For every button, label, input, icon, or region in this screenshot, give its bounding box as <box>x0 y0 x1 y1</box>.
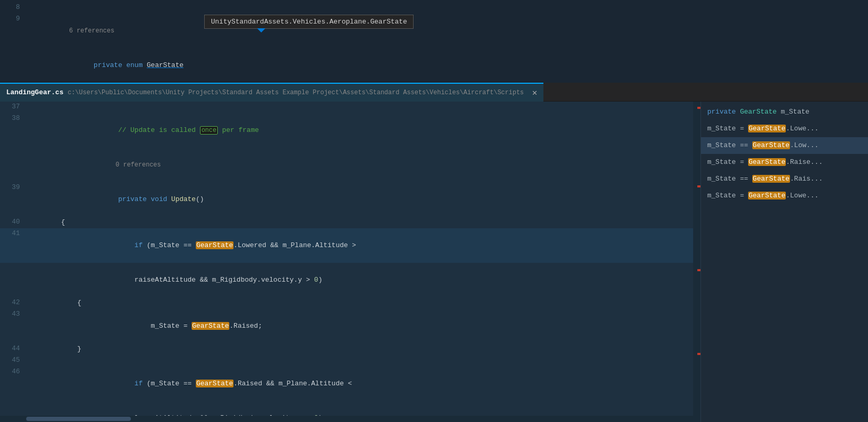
ref-text-1b: .Lowe... <box>786 125 818 132</box>
lc-46b: lowerAtAltitude && m_Rigidbody.velocity.… <box>26 401 693 416</box>
hl-gearstate-43: GearState <box>192 322 229 330</box>
method-update: Update <box>171 195 196 203</box>
zero-refs: 0 references <box>85 161 161 169</box>
code-line-39: 39 private void Update() <box>0 182 693 217</box>
code-line-41: 41 if (m_State == GearState.Lowered && m… <box>0 228 693 263</box>
lc-41b: raiseAtAltitude && m_Rigidbody.velocity.… <box>26 263 693 297</box>
lc-46: if (m_State == GearState.Raised && m_Pla… <box>26 367 693 401</box>
comment-38: // Update is called once per frame <box>85 126 259 134</box>
code-line-45: 45 <box>0 355 693 367</box>
refs-panel: private GearState m_State m_State = Gear… <box>700 102 868 422</box>
kw-if: if <box>135 241 143 249</box>
peek-line-9-code: private enum GearState <box>0 48 868 83</box>
ref-text-3b: .Raise... <box>786 158 822 166</box>
ref-text-5b: .Lowe... <box>786 192 818 199</box>
ref-item-1[interactable]: m_State = GearState.Lowe... <box>701 120 868 137</box>
lc-38: // Update is called once per frame <box>26 113 693 148</box>
lc-43: m_State = GearState.Raised; <box>26 309 693 343</box>
ref-text-3: m_State = <box>707 158 748 166</box>
ln-41b <box>0 263 26 264</box>
ref-item-0[interactable]: private GearState m_State <box>701 104 868 120</box>
lc-44: } <box>26 343 693 355</box>
scroll-mark-1 <box>697 107 700 109</box>
ln-41: 41 <box>0 228 26 237</box>
code-line-46b: lowerAtAltitude && m_Rigidbody.velocity.… <box>0 401 693 416</box>
ref-text-5: m_State = <box>707 192 748 199</box>
hover-tooltip: UnityStandardAssets.Vehicles.Aeroplane.G… <box>204 15 414 29</box>
line-content-9: 6 references <box>26 14 868 48</box>
refs-list: private GearState m_State m_State = Gear… <box>701 102 868 204</box>
editor-container: 8 9 6 references UnityStandardAssets.Veh… <box>0 0 868 422</box>
ln-44: 44 <box>0 343 26 352</box>
gearstate-ref: GearState <box>147 61 183 69</box>
tooltip-wrapper: 9 6 references UnityStandardAssets.Vehic… <box>0 14 868 48</box>
tab-bar: LandingGear.cs c:\Users\Public\Documents… <box>0 83 868 102</box>
once-highlight: once <box>200 126 218 135</box>
horizontal-scrollbar[interactable] <box>0 416 693 422</box>
lc-42: { <box>26 297 693 309</box>
code-line-44: 44 } <box>0 343 693 355</box>
lc-39: private void Update() <box>26 182 693 217</box>
lc-41: if (m_State == GearState.Lowered && m_Pl… <box>26 228 693 263</box>
ref-text-4: m_State == <box>707 175 752 183</box>
ref-hl-3: GearState <box>748 158 786 166</box>
kw-private2: private <box>118 195 147 203</box>
ref-hl-4: GearState <box>752 175 790 183</box>
ln-39: 39 <box>0 182 26 191</box>
tab-path: c:\Users\Public\Documents\Unity Projects… <box>68 89 524 96</box>
ref-text-2: m_State == <box>707 141 752 149</box>
code-line-37: 37 <box>0 102 693 113</box>
kw-void: void <box>151 195 167 203</box>
hl-gearstate-41: GearState <box>196 241 233 249</box>
code-line-46: 46 if (m_State == GearState.Raised && m_… <box>0 367 693 401</box>
tooltip-arrow <box>257 28 265 32</box>
scroll-mark-3 <box>697 269 700 271</box>
peek-area: 8 9 6 references UnityStandardAssets.Veh… <box>0 0 868 83</box>
ln-46: 46 <box>0 367 26 375</box>
tab-filename: LandingGear.cs <box>6 88 63 96</box>
ref-hl-2: GearState <box>752 141 790 149</box>
num-0b: 0 <box>314 414 318 416</box>
line-content-9b: private enum GearState <box>26 48 868 83</box>
ref-text-0: m_State <box>777 108 809 116</box>
ref-hl-5: GearState <box>748 192 786 199</box>
ln-38: 38 <box>0 113 26 122</box>
ref-text-1: m_State = <box>707 125 748 132</box>
line-number-9: 9 <box>0 14 26 23</box>
code-line-38: 38 // Update is called once per frame <box>0 113 693 148</box>
code-line-42: 42 { <box>0 297 693 309</box>
code-lines: 37 38 // Update is called once per frame <box>0 102 693 416</box>
scrollbar-thumb-h[interactable] <box>26 417 131 421</box>
ref-text-4b: .Rais... <box>790 175 822 183</box>
line-number-9b <box>0 48 26 49</box>
ln-43: 43 <box>0 309 26 318</box>
code-panel: 37 38 // Update is called once per frame <box>0 102 693 422</box>
tab-close-button[interactable]: ✕ <box>532 87 538 98</box>
ref-item-5[interactable]: m_State = GearState.Lowe... <box>701 187 868 204</box>
code-line-40: 40 { <box>0 217 693 228</box>
ln-42: 42 <box>0 297 26 306</box>
vertical-scrollbar[interactable] <box>693 102 700 422</box>
tooltip-text: UnityStandardAssets.Vehicles.Aeroplane.G… <box>211 18 407 26</box>
ref-item-2[interactable]: m_State == GearState.Low... <box>701 137 868 154</box>
num-0a: 0 <box>314 276 318 284</box>
scroll-mark-2 <box>697 185 700 187</box>
code-line-43: 43 m_State = GearState.Raised; <box>0 309 693 343</box>
code-content[interactable]: 37 38 // Update is called once per frame <box>0 102 693 416</box>
code-line-refs: 0 references <box>0 148 693 182</box>
lc-40: { <box>26 217 693 228</box>
refs-count-label: 6 references <box>69 27 114 35</box>
kw-enum: enum <box>126 61 142 69</box>
ln-46b <box>0 401 26 402</box>
ln-45: 45 <box>0 355 26 364</box>
ref-item-3[interactable]: m_State = GearState.Raise... <box>701 154 868 171</box>
ref-item-4[interactable]: m_State == GearState.Rais... <box>701 171 868 187</box>
kw-private: private <box>94 61 123 69</box>
line-number-8: 8 <box>0 2 26 11</box>
active-tab[interactable]: LandingGear.cs c:\Users\Public\Documents… <box>0 83 543 102</box>
peek-line-9: 9 6 references <box>0 14 868 48</box>
kw-if2: if <box>135 380 143 387</box>
ref-kw-0: private <box>707 108 740 116</box>
ref-hl-1: GearState <box>748 125 786 132</box>
ln-40: 40 <box>0 217 26 226</box>
